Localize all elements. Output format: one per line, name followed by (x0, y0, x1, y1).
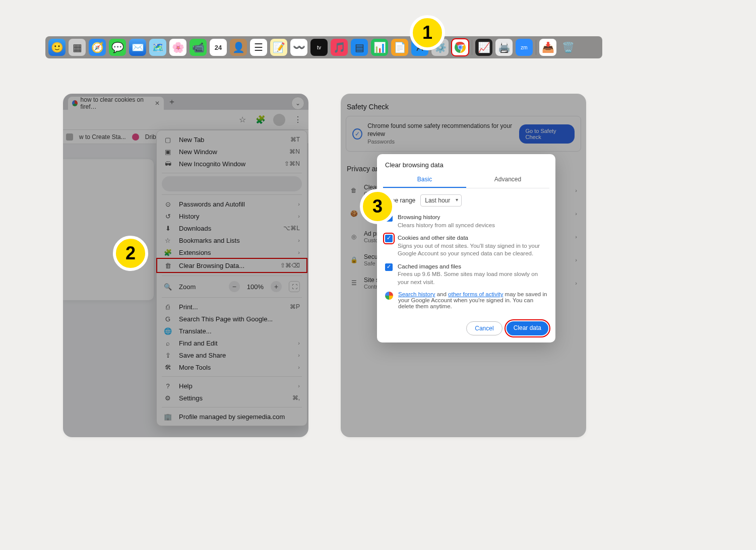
notes-icon[interactable]: 📝 (270, 39, 287, 56)
chevron-right-icon: › (575, 187, 577, 193)
profile-avatar[interactable] (273, 114, 285, 126)
new-tab-button[interactable]: ＋ (168, 97, 176, 107)
facetime-icon[interactable]: 📹 (190, 39, 207, 56)
chrome-icon[interactable] (452, 39, 469, 56)
menu-new-window[interactable]: ▣New Window⌘N (157, 146, 307, 158)
menu-more-tools[interactable]: 🛠More Tools› (157, 361, 307, 373)
downloads-stack-icon[interactable]: 📥 (539, 39, 556, 56)
numbers-icon[interactable]: 📊 (371, 39, 388, 56)
mail-icon[interactable]: ✉️ (129, 39, 146, 56)
dialog-title: Clear browsing data (377, 154, 555, 172)
zoom-value: 100% (247, 283, 264, 291)
zoom-in-button[interactable]: + (271, 281, 282, 292)
tab-advanced[interactable]: Advanced (466, 172, 549, 188)
music-icon[interactable]: 🎵 (331, 39, 348, 56)
zoom-icon: 🔍 (164, 283, 172, 291)
app-icon-1[interactable]: 📈 (475, 39, 492, 56)
safety-message: Chrome found some safety recommendations… (367, 122, 514, 138)
menu-profile-managed: 🏢Profile managed by siegemedia.com (157, 410, 307, 423)
menu-search-page[interactable]: GSearch This Page with Google... (157, 313, 307, 325)
maps-icon[interactable]: 🗺️ (149, 39, 166, 56)
pages-icon[interactable]: 📄 (391, 39, 408, 56)
menu-bookmarks[interactable]: ☆Bookmarks and Lists› (157, 234, 307, 246)
reminders-icon[interactable]: ☰ (250, 39, 267, 56)
ad-icon: ◎ (350, 233, 358, 240)
safety-check-heading: Safety Check (341, 94, 586, 116)
menu-save-share[interactable]: ⇪Save and Share› (157, 349, 307, 361)
menu-incognito[interactable]: 🕶New Incognito Window⇧⌘N (157, 158, 307, 170)
zoom-label: Zoom (179, 283, 196, 291)
lock-icon: 🔒 (350, 256, 358, 263)
time-range-select[interactable]: Last hour (420, 194, 462, 207)
sliders-icon: ☰ (350, 280, 358, 287)
menu-print[interactable]: ⎙Print...⌘P (157, 301, 307, 313)
menu-clear-browsing-data[interactable]: 🗑Clear Browsing Data...⇧⌘⌫ (157, 258, 307, 272)
menu-downloads[interactable]: ⬇Downloads⌥⌘L (157, 222, 307, 234)
extensions-puzzle-icon[interactable]: 🧩 (255, 115, 266, 124)
svg-point-3 (459, 46, 462, 49)
dialog-tabs: Basic Advanced (383, 172, 549, 188)
menu-passwords[interactable]: ⊙Passwords and Autofill› (157, 198, 307, 210)
google-logo-icon (385, 292, 393, 300)
chrome-settings-panel: Safety Check ✓ Chrome found some safety … (341, 94, 586, 437)
google-favicon-icon (72, 100, 78, 106)
checkbox-checked-icon[interactable] (385, 263, 393, 271)
keynote-icon[interactable]: ▤ (351, 39, 368, 56)
go-safety-check-button[interactable]: Go to Safety Check (519, 124, 575, 144)
finder-icon[interactable]: 🙂 (48, 39, 66, 56)
browser-tab[interactable]: how to clear cookies on firef… ✕ (68, 97, 164, 110)
messages-icon[interactable]: 💬 (109, 39, 126, 56)
bookmark-star-icon[interactable]: ☆ (237, 115, 248, 124)
trash-icon[interactable]: 🗑️ (559, 39, 577, 56)
cookie-icon: 🍪 (350, 210, 358, 217)
tv-icon[interactable]: tv (310, 39, 328, 56)
bookmark-favicon-icon (66, 133, 73, 141)
tab-basic[interactable]: Basic (383, 172, 466, 188)
zoom-out-button[interactable]: − (229, 281, 240, 292)
kebab-menu-icon[interactable]: ⋮ (292, 115, 303, 124)
step-badge-1: 1 (410, 15, 445, 50)
zoom-icon[interactable]: zm (516, 39, 533, 56)
menu-translate[interactable]: 🌐Translate... (157, 325, 307, 337)
menu-new-tab[interactable]: ▢New Tab⌘T (157, 133, 307, 146)
app-icon-2[interactable]: 🖨️ (495, 39, 513, 56)
fullscreen-button[interactable]: ⛶ (289, 281, 300, 292)
contacts-icon[interactable]: 👤 (230, 39, 247, 56)
calendar-icon[interactable]: 24 (210, 39, 227, 56)
time-range-row: Time range Last hour (385, 194, 547, 207)
trash-icon: 🗑 (164, 262, 172, 269)
chrome-window-panel: how to clear cookies on firef… ✕ ＋ ⌄ ☆ 🧩… (63, 94, 308, 437)
macos-dock: 🙂 ▦ 🧭 💬 ✉️ 🗺️ 🌸 📹 24 👤 ☰ 📝 〰️ tv 🎵 ▤ 📊 📄… (45, 36, 602, 58)
option-cache[interactable]: Cached images and filesFrees up 9.6 MB. … (385, 263, 547, 287)
safety-sublabel: Passwords (367, 138, 514, 145)
photos-icon[interactable]: 🌸 (169, 39, 186, 56)
step-badge-3: 3 (360, 189, 395, 224)
link-search-history[interactable]: Search history (398, 291, 435, 297)
menu-help[interactable]: ?Help› (157, 380, 307, 392)
dribbble-favicon-icon (132, 133, 139, 141)
launchpad-icon[interactable]: ▦ (69, 39, 86, 56)
clear-browsing-data-dialog: Clear browsing data Basic Advanced Time … (377, 154, 555, 342)
bookmark-item[interactable]: w to Create Sta... (79, 133, 126, 141)
menu-settings[interactable]: ⚙Settings⌘, (157, 392, 307, 404)
safety-check-card: ✓ Chrome found some safety recommendatio… (346, 116, 581, 152)
tablist-dropdown-icon[interactable]: ⌄ (291, 97, 304, 110)
tab-title: how to clear cookies on firef… (81, 96, 152, 110)
step-badge-2: 2 (113, 236, 148, 271)
google-info-text: Search history and other forms of activi… (385, 291, 547, 309)
menu-history[interactable]: ↺History› (157, 210, 307, 222)
tab-close-icon[interactable]: ✕ (155, 100, 160, 107)
option-browsing-history[interactable]: Browsing historyClears history from all … (385, 214, 547, 229)
menu-zoom-row: 🔍 Zoom − 100% + ⛶ (157, 279, 307, 294)
checkbox-checked-icon[interactable] (385, 235, 393, 242)
menu-profile-bar[interactable] (162, 176, 302, 191)
option-cookies[interactable]: Cookies and other site dataSigns you out… (385, 234, 547, 258)
link-other-activity[interactable]: other forms of activity (448, 291, 503, 297)
chrome-tabbar: how to clear cookies on firef… ✕ ＋ ⌄ (63, 94, 308, 110)
safari-icon[interactable]: 🧭 (89, 39, 106, 56)
freeform-icon[interactable]: 〰️ (290, 39, 307, 56)
cancel-button[interactable]: Cancel (466, 321, 502, 335)
menu-find[interactable]: ⌕Find and Edit› (157, 337, 307, 349)
clear-data-button[interactable]: Clear data (507, 321, 548, 335)
menu-extensions[interactable]: 🧩Extensions› (157, 246, 307, 258)
